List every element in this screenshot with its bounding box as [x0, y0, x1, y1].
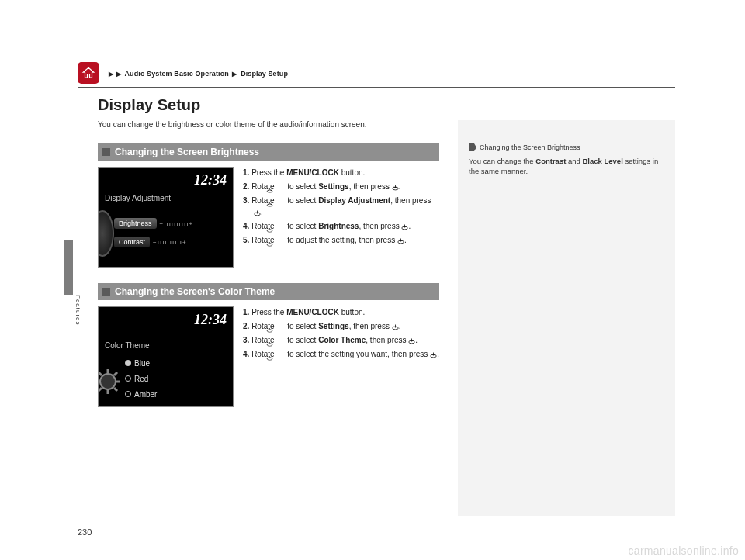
svg-line-13	[99, 372, 102, 375]
press-knob-icon	[408, 336, 415, 344]
breadcrumb-part: Display Setup	[241, 70, 288, 78]
section-heading-brightness: Changing the Screen Brightness	[98, 143, 439, 161]
steps-color-theme: 1. Press the MENU/CLOCK button. 2. Rotat…	[243, 306, 439, 407]
option-amber: Amber	[125, 386, 157, 402]
radio-empty-icon	[125, 375, 131, 382]
note-heading-text: Changing the Screen Brightness	[480, 143, 580, 151]
note-heading: Changing the Screen Brightness	[469, 143, 664, 151]
rotate-knob-icon	[276, 198, 285, 205]
screen-row-contrast: Contrast −ıııııııııı+	[114, 234, 187, 250]
rotate-knob-icon	[276, 237, 285, 244]
press-knob-icon	[430, 350, 437, 358]
step-item: 1. Press the MENU/CLOCK button.	[243, 306, 439, 318]
clock-text: 12:34	[194, 312, 227, 328]
slider-text: −ıııııııııı+	[160, 220, 194, 227]
row-label: Contrast	[114, 237, 150, 247]
press-knob-icon	[401, 222, 408, 230]
step-item: 4. Rotate to select the setting you want…	[243, 348, 439, 360]
step-item: 3. Rotate to select Color Theme, then pr…	[243, 334, 439, 346]
press-knob-icon	[254, 208, 261, 216]
screen-title: Display Adjustment	[105, 194, 171, 202]
rotate-knob-icon	[276, 223, 285, 230]
features-tab-label: Features	[74, 295, 81, 326]
features-tab	[64, 240, 73, 295]
section-body-color-theme: 12:34 Color Theme Blue Red Amber 1. Pres…	[98, 306, 439, 407]
step-item: 4. Rotate to select Brightness, then pre…	[243, 220, 439, 232]
option-blue: Blue	[125, 355, 150, 371]
svg-point-8	[100, 374, 116, 389]
sidebar-notes: Changing the Screen Brightness You can c…	[458, 120, 675, 516]
divider	[78, 87, 675, 88]
watermark: carmanualsonline.info	[629, 544, 740, 557]
page-number: 230	[78, 527, 92, 537]
home-button[interactable]	[78, 62, 99, 84]
screen-title: Color Theme	[105, 341, 150, 350]
square-icon	[102, 288, 110, 296]
rotate-knob-icon	[276, 323, 285, 330]
option-red: Red	[125, 371, 148, 386]
step-item: 2. Rotate to select Settings, then press…	[243, 181, 439, 192]
slider-text: −ıııııııııı+	[153, 239, 187, 246]
svg-line-14	[114, 388, 117, 391]
radio-empty-icon	[125, 391, 131, 397]
step-item: 3. Rotate to select Display Adjustment, …	[243, 195, 439, 218]
svg-line-15	[114, 372, 117, 375]
home-icon	[81, 66, 95, 80]
rotate-knob-icon	[276, 337, 285, 344]
triangle-icon: ▶	[232, 71, 237, 78]
square-icon	[102, 148, 110, 156]
press-knob-icon	[392, 322, 399, 330]
breadcrumb-part: Audio System Basic Operation	[125, 70, 229, 78]
intro-text: You can change the brightness or color t…	[98, 120, 367, 129]
screen-row-brightness: Brightness −ıııııııııı+	[114, 216, 193, 231]
note-body: You can change the Contrast and Black Le…	[469, 156, 664, 177]
main-content: Changing the Screen Brightness 12:34 Dis…	[98, 143, 439, 423]
breadcrumb: ▶▶ Audio System Basic Operation ▶ Displa…	[107, 70, 288, 78]
screenshot-display-adjustment: 12:34 Display Adjustment Brightness −ııı…	[98, 167, 234, 268]
section-heading-color-theme: Changing the Screen's Color Theme	[98, 283, 439, 300]
triangle-icon: ▶	[109, 71, 113, 78]
triangle-icon: ▶	[116, 71, 121, 78]
clock-text: 12:34	[194, 172, 227, 188]
radio-filled-icon	[125, 360, 131, 366]
arrow-icon	[469, 143, 476, 151]
step-item: 1. Press the MENU/CLOCK button.	[243, 167, 439, 178]
screenshot-color-theme: 12:34 Color Theme Blue Red Amber	[98, 306, 234, 407]
section-body-brightness: 12:34 Display Adjustment Brightness −ııı…	[98, 167, 439, 268]
rotate-knob-icon	[276, 351, 285, 358]
gear-icon	[98, 368, 122, 396]
section-heading-text: Changing the Screen Brightness	[115, 147, 259, 157]
section-heading-text: Changing the Screen's Color Theme	[115, 286, 275, 297]
rotate-knob-icon	[276, 184, 285, 191]
press-knob-icon	[397, 236, 404, 244]
row-label: Brightness	[114, 218, 157, 229]
step-item: 2. Rotate to select Settings, then press…	[243, 320, 439, 332]
step-item: 5. Rotate to adjust the setting, then pr…	[243, 234, 439, 246]
page-title: Display Setup	[98, 96, 200, 114]
press-knob-icon	[392, 182, 399, 191]
dial-icon	[98, 210, 114, 257]
steps-brightness: 1. Press the MENU/CLOCK button. 2. Rotat…	[243, 167, 439, 268]
svg-line-16	[99, 388, 102, 391]
